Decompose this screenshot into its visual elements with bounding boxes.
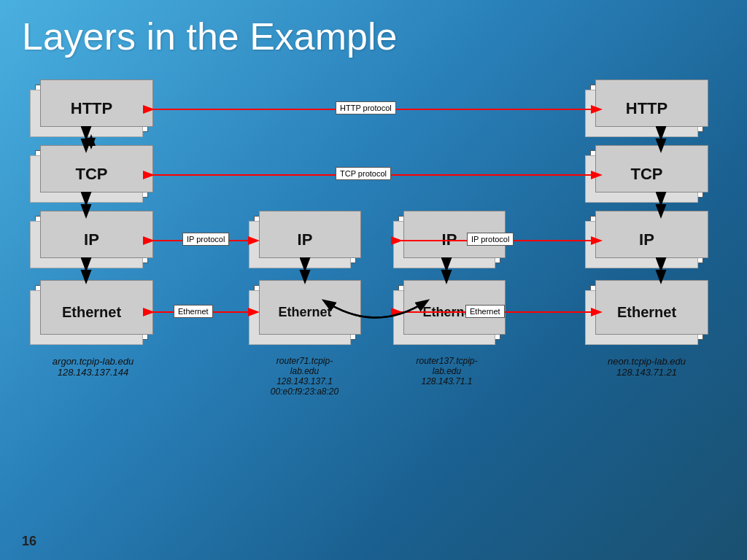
right-tcp-box: TCP <box>590 150 703 198</box>
http-protocol-label: HTTP protocol <box>336 101 396 114</box>
left-http-box: HTTP <box>35 85 148 132</box>
diagram: HTTP TCP IP Ethernet IP Ethernet IP Ethe… <box>22 71 725 465</box>
ethernet-right-label: Ethernet <box>465 305 505 318</box>
left-ip-box: IP <box>35 216 148 263</box>
router1-ip-label: IP <box>298 230 313 249</box>
router2-ip-label: IP <box>442 230 457 249</box>
right-ethernet-box: Ethernet <box>590 285 703 340</box>
router1-ethernet-label: Ethernet <box>278 305 331 320</box>
left-tcp-box: TCP <box>35 150 148 198</box>
left-node-label: argon.tcpip-lab.edu128.143.137.144 <box>29 356 157 378</box>
router1-node-label: router71.tcpip-lab.edu128.143.137.100:e0… <box>241 356 368 397</box>
left-tcp-label: TCP <box>76 165 108 184</box>
right-http-box: HTTP <box>590 85 703 132</box>
right-node-label: neon.tcpip-lab.edu128.143.71.21 <box>583 356 711 378</box>
left-ethernet-label: Ethernet <box>62 304 121 321</box>
ip-protocol-left-label: IP protocol <box>182 233 229 246</box>
router1-ethernet-box: Ethernet <box>254 285 356 340</box>
right-tcp-label: TCP <box>631 165 663 184</box>
slide-number: 16 <box>22 534 36 549</box>
right-ip-box: IP <box>590 216 703 263</box>
left-http-label: HTTP <box>71 99 112 118</box>
router1-ip-box: IP <box>254 216 356 263</box>
right-ip-label: IP <box>639 230 654 249</box>
router2-node-label: router137.tcpip-lab.edu128.143.71.1 <box>383 356 511 386</box>
left-ip-label: IP <box>84 230 99 249</box>
tcp-protocol-label: TCP protocol <box>336 167 391 180</box>
ethernet-left-label: Ethernet <box>174 305 213 318</box>
right-http-label: HTTP <box>626 99 667 118</box>
slide-title: Layers in the Example <box>22 15 725 58</box>
ip-protocol-right-label: IP protocol <box>467 233 514 246</box>
left-ethernet-box: Ethernet <box>35 285 148 340</box>
right-ethernet-label: Ethernet <box>617 304 676 321</box>
